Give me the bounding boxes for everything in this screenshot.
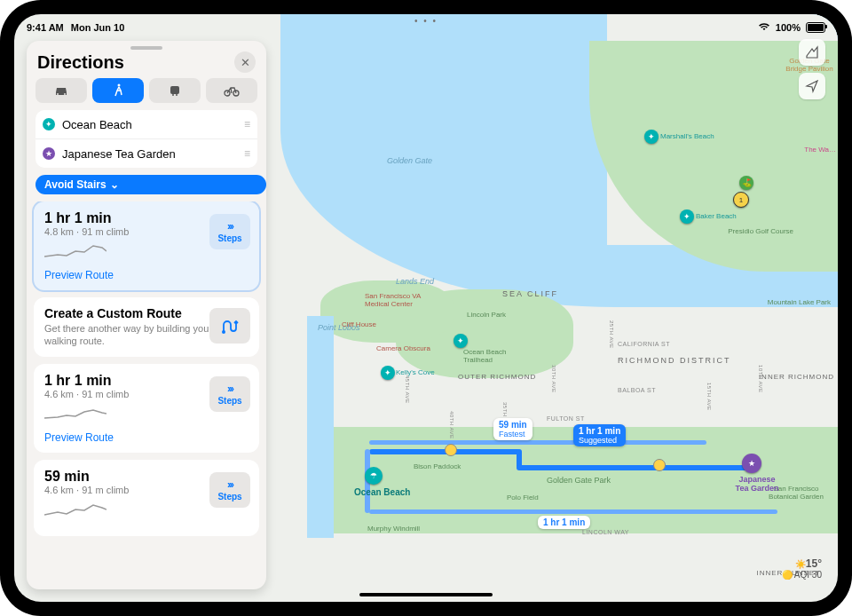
pin-kellys-cove[interactable]: ✦ [381, 366, 395, 380]
origin-label: Ocean Beach [354, 487, 410, 497]
svg-rect-1 [170, 86, 179, 94]
preview-route-link[interactable]: Preview Route [44, 431, 248, 444]
pin-ocean-beach-trailhead[interactable]: ✦ [454, 334, 468, 348]
route-option[interactable]: 1 hr 1 min 4.8 km · 91 m climb Preview R… [34, 201, 259, 290]
mode-walk[interactable] [92, 78, 144, 103]
weather-widget[interactable]: ☀️15° 🟡 AQI 30 [782, 557, 822, 580]
highway-shield-1: 1 [733, 192, 749, 208]
reorder-icon[interactable]: ≡ [244, 147, 250, 160]
label-balboa-st: BALBOA ST [618, 387, 656, 393]
pin-baker-beach[interactable]: ✦ [680, 209, 694, 224]
mode-car[interactable] [36, 78, 87, 103]
route-option[interactable]: 1 hr 1 min 4.6 km · 91 m climb Preview R… [34, 364, 259, 453]
destination-icon: ★ [43, 147, 55, 160]
waypoint-list: ✦ Ocean Beach ≡ ★ Japanese Tea Garden ≡ [36, 110, 257, 168]
chevron-right-icon: ››› [227, 220, 233, 233]
avoid-stairs-filter[interactable]: Avoid Stairs ⌄ [36, 175, 266, 194]
elevation-sparkline [44, 501, 106, 518]
chevron-right-icon: ››› [227, 478, 233, 491]
svg-point-2 [172, 94, 174, 96]
chevron-right-icon: ››› [227, 383, 233, 395]
steps-button[interactable]: ››› Steps [209, 472, 250, 508]
label-ggp: Golden Gate Park [547, 476, 611, 485]
transport-mode-selector [27, 78, 266, 110]
pin-marshalls-beach[interactable]: ✦ [644, 130, 659, 144]
label-richmond: RICHMOND DISTRICT [618, 356, 731, 365]
label-sea-cliff: SEA CLIFF [502, 289, 558, 298]
svg-point-6 [222, 330, 225, 334]
paging-dots: • • • [414, 16, 438, 26]
route-option[interactable]: 59 min 4.6 km · 91 m climb ››› Steps [34, 460, 259, 536]
locate-me-button[interactable] [799, 73, 825, 99]
reorder-icon[interactable]: ≡ [244, 118, 250, 130]
label-california-st: CALIFORNIA ST [618, 341, 670, 347]
label-outer-richmond: OUTER RICHMOND [458, 373, 536, 381]
status-time: 9:41 AM [27, 22, 64, 33]
waypoint-destination[interactable]: ★ Japanese Tea Garden ≡ [36, 139, 257, 168]
panel-grabber[interactable] [130, 46, 162, 50]
label-golden-gate: Golden Gate [387, 156, 432, 165]
battery-icon [806, 22, 825, 33]
elevation-sparkline [44, 405, 106, 423]
callout-suggested[interactable]: 1 hr 1 minSuggested [573, 424, 626, 446]
mode-bike[interactable] [206, 78, 257, 103]
steps-button[interactable]: ››› Steps [209, 376, 250, 412]
route-results: 1 hr 1 min 4.8 km · 91 m climb Preview R… [27, 201, 266, 589]
ipad-frame: 9:41 AM Mon Jun 10 100% • • • Golden Gat… [0, 0, 852, 616]
label-lands-end: Lands End [396, 277, 434, 286]
label-lincoln-way: LINCOLN WAY [582, 529, 629, 535]
mode-transit[interactable] [149, 78, 201, 103]
elevation-sparkline [44, 242, 106, 260]
origin-pin[interactable]: ☂ [365, 467, 383, 485]
svg-point-3 [176, 94, 178, 96]
destination-label: Japanese Tea Garden [730, 475, 784, 493]
label-fulton-st: FULTON ST [547, 415, 585, 422]
create-custom-route[interactable]: Create a Custom Route Get there another … [34, 297, 259, 357]
directions-panel: Directions ✕ ✦ Ocean Beach ≡ ★ Japanese … [27, 41, 266, 589]
panel-title: Directions [37, 52, 124, 73]
pin-presidio[interactable]: ⛳ [739, 176, 753, 190]
battery-pct: 100% [776, 22, 801, 33]
screen: 9:41 AM Mon Jun 10 100% • • • Golden Gat… [14, 14, 838, 602]
custom-route-icon [209, 308, 250, 344]
home-indicator[interactable] [359, 593, 493, 596]
wifi-icon [758, 22, 770, 33]
chevron-down-icon: ⌄ [110, 178, 119, 191]
origin-icon: ✦ [43, 118, 55, 130]
label-inner-richmond: INNER RICHMOND [759, 373, 834, 381]
map-settings-button[interactable] [799, 39, 825, 66]
preview-route-link[interactable]: Preview Route [44, 269, 248, 281]
callout-alt[interactable]: 1 hr 1 min [538, 516, 590, 529]
svg-point-0 [118, 84, 121, 87]
close-button[interactable]: ✕ [234, 51, 256, 73]
status-date: Mon Jun 10 [71, 22, 125, 33]
waypoint-origin[interactable]: ✦ Ocean Beach ≡ [36, 110, 257, 139]
destination-pin[interactable]: ★ [742, 454, 761, 473]
callout-fastest[interactable]: 59 minFastest [493, 418, 532, 440]
steps-button[interactable]: ››› Steps [209, 214, 250, 249]
